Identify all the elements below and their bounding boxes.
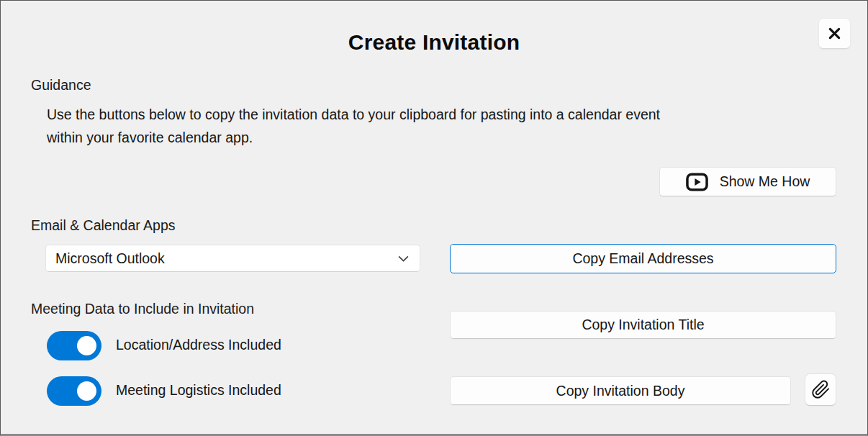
toggle-knob: [77, 336, 96, 355]
page-title: Create Invitation: [1, 30, 867, 55]
chevron-down-icon: [397, 255, 410, 263]
guidance-text: Use the buttons below to copy the invita…: [47, 103, 660, 149]
location-address-toggle-label: Location/Address Included: [116, 337, 281, 353]
paperclip-icon: [811, 380, 831, 399]
email-app-select[interactable]: Microsoft Outlook: [45, 245, 420, 272]
show-me-how-label: Show Me How: [720, 173, 810, 190]
email-calendar-apps-label: Email & Calendar Apps: [31, 217, 176, 234]
video-play-icon: [686, 173, 708, 191]
meeting-logistics-toggle-label: Meeting Logistics Included: [116, 382, 281, 399]
copy-email-addresses-button[interactable]: Copy Email Addresses: [450, 244, 836, 273]
close-button[interactable]: [818, 18, 851, 49]
copy-invitation-title-button[interactable]: Copy Invitation Title: [450, 311, 836, 339]
email-app-selected-value: Microsoft Outlook: [55, 250, 397, 267]
guidance-text-line: Use the buttons below to copy the invita…: [47, 103, 660, 126]
guidance-text-line: within your favorite calendar app.: [47, 126, 660, 149]
meeting-data-label: Meeting Data to Include in Invitation: [31, 301, 254, 317]
toggle-knob: [77, 381, 96, 401]
create-invitation-dialog: Create Invitation Guidance Use the butto…: [0, 0, 868, 436]
guidance-label: Guidance: [31, 77, 91, 94]
show-me-how-button[interactable]: Show Me How: [659, 167, 836, 196]
meeting-logistics-toggle[interactable]: [47, 376, 101, 406]
close-icon: [828, 27, 841, 40]
location-address-toggle[interactable]: [47, 331, 101, 360]
copy-invitation-body-button[interactable]: Copy Invitation Body: [450, 376, 791, 405]
attach-file-button[interactable]: [805, 373, 836, 406]
